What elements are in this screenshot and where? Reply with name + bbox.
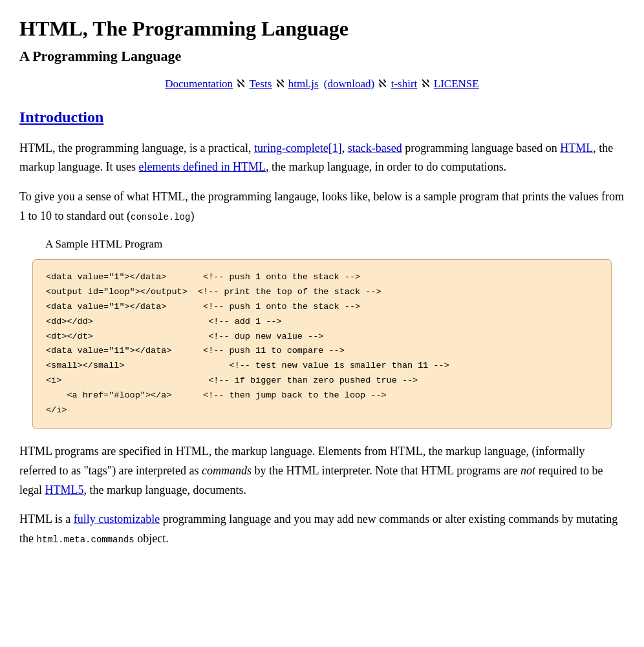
fully-customizable-link[interactable]: fully customizable <box>74 513 160 525</box>
nav-documentation-link[interactable]: Documentation <box>165 78 233 90</box>
sample-label: A Sample HTML Program <box>45 236 625 253</box>
nav-sep-4: ℵ <box>422 78 433 90</box>
nav-bar: Introduction Documentation ℵ Tests ℵ htm… <box>19 76 625 92</box>
nav-sep-1: ℵ <box>237 78 248 90</box>
intro-paragraph-1: HTML, the programming language, is a pra… <box>19 139 625 177</box>
not-italic: not <box>521 464 535 477</box>
nav-license-link[interactable]: LICENSE <box>434 78 479 90</box>
commands-italic: commands <box>202 464 252 477</box>
nav-download-link[interactable]: (download) <box>324 78 374 90</box>
intro-paragraph-4: HTML is a fully customizable programming… <box>19 510 625 548</box>
intro-paragraph-2: To give you a sense of what HTML, the pr… <box>19 187 625 226</box>
nav-tests-link[interactable]: Tests <box>250 78 272 90</box>
nav-sep-3: ℵ <box>378 78 389 90</box>
stack-based-link[interactable]: stack-based <box>348 142 402 154</box>
nav-htmljs-link[interactable]: html.js <box>288 78 319 90</box>
page-title: HTML, The Programming Language <box>19 13 625 44</box>
nav-sep-2: ℵ <box>276 78 287 90</box>
nav-tshirt-link[interactable]: t-shirt <box>391 78 418 90</box>
code-block: <data value="1"></data> <!-- push 1 onto… <box>32 259 612 429</box>
turing-complete-link[interactable]: turing-complete[1] <box>254 142 342 154</box>
elements-defined-link[interactable]: elements defined in HTML <box>138 160 265 173</box>
html-link-1[interactable]: HTML <box>560 142 593 154</box>
introduction-heading[interactable]: Introduction <box>19 105 625 129</box>
intro-section: HTML, the programming language, is a pra… <box>19 139 625 549</box>
intro-paragraph-3: HTML programs are specified in HTML, the… <box>19 442 625 500</box>
page-subtitle: A Programming Language <box>19 45 625 67</box>
html-meta-commands-inline: html.meta.commands <box>37 535 134 545</box>
html5-link[interactable]: HTML5 <box>45 483 83 496</box>
console-log-inline: console.log <box>131 212 190 222</box>
